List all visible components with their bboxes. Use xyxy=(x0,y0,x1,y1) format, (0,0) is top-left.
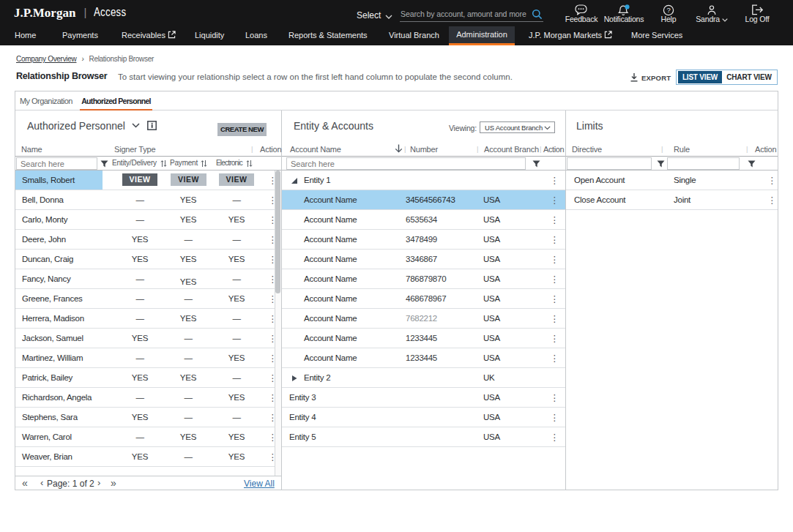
svg-text:?: ? xyxy=(666,6,670,14)
